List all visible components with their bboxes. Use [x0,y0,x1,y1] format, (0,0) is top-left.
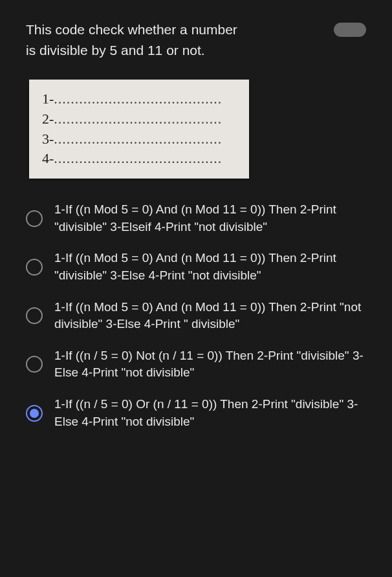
option-text-4: 1-If ((n / 5 = 0) Not (n / 11 = 0)) Then… [54,347,366,382]
radio-2[interactable] [26,259,43,276]
option-4[interactable]: 1-If ((n / 5 = 0) Not (n / 11 = 0)) Then… [26,347,366,382]
code-prefix-1: 1- [42,91,54,107]
option-text-3: 1-If ((n Mod 5 = 0) And (n Mod 11 = 0)) … [54,299,366,333]
option-3[interactable]: 1-If ((n Mod 5 = 0) And (n Mod 11 = 0)) … [26,299,366,333]
question-line2: is divisible by 5 and 11 or not. [26,43,205,58]
question-header: This code check whether a number is divi… [26,19,366,80]
code-prefix-3: 3- [42,131,54,147]
code-line-1: 1-......................................… [42,89,236,109]
option-text-2: 1-If ((n Mod 5 = 0) And (n Mod 11 = 0)) … [54,250,366,284]
code-line-2: 2-......................................… [42,109,236,129]
radio-3[interactable] [26,307,43,324]
radio-1[interactable] [26,210,43,227]
code-prefix-2: 2- [42,111,54,127]
code-prefix-4: 4- [42,150,54,166]
radio-5[interactable] [26,405,43,422]
code-line-3: 3-......................................… [42,129,236,149]
code-blanks-box: 1-......................................… [29,80,249,179]
question-text: This code check whether a number is divi… [26,19,237,60]
option-text-5: 1-If ((n / 5 = 0) Or (n / 11 = 0)) Then … [54,396,366,430]
flag-badge[interactable] [334,23,366,37]
options-group: 1-If ((n Mod 5 = 0) And (n Mod 11 = 0)) … [26,201,366,430]
option-5[interactable]: 1-If ((n / 5 = 0) Or (n / 11 = 0)) Then … [26,396,366,430]
option-2[interactable]: 1-If ((n Mod 5 = 0) And (n Mod 11 = 0)) … [26,250,366,284]
question-line1: This code check whether a number [26,22,237,37]
radio-4[interactable] [26,356,43,373]
option-text-1: 1-If ((n Mod 5 = 0) And (n Mod 11 = 0)) … [54,201,366,235]
option-1[interactable]: 1-If ((n Mod 5 = 0) And (n Mod 11 = 0)) … [26,201,366,235]
code-dots-1: ........................................ [54,91,222,107]
code-dots-3: ........................................ [54,131,222,147]
code-dots-2: ........................................ [54,111,222,127]
code-dots-4: ........................................ [54,150,222,166]
code-line-4: 4-......................................… [42,149,236,169]
